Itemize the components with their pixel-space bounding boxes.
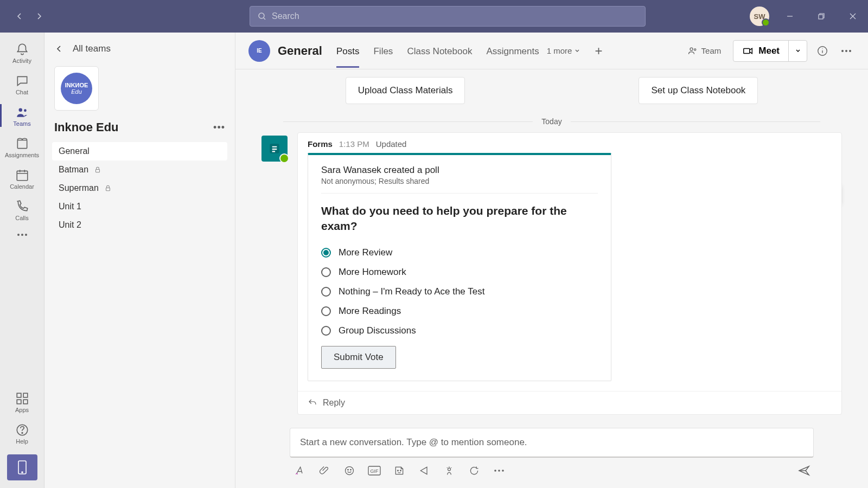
channel-item[interactable]: Unit 1 bbox=[52, 197, 227, 216]
tab-class-notebook[interactable]: Class Notebook bbox=[407, 35, 472, 67]
poll-question: What do you need to help you prepare for… bbox=[321, 203, 598, 234]
channel-item[interactable]: Unit 2 bbox=[52, 216, 227, 234]
setup-notebook-card[interactable]: Set up Class Notebook bbox=[639, 77, 758, 104]
stream-button[interactable] bbox=[443, 464, 456, 477]
rail-label: Help bbox=[16, 438, 28, 445]
logo-text: Edu bbox=[71, 88, 82, 95]
poll-option-label: Group Discussions bbox=[339, 325, 416, 336]
divider-label: Today bbox=[541, 117, 561, 126]
rail-apps[interactable]: Apps bbox=[0, 386, 44, 418]
logo-text: INKИOE bbox=[65, 82, 88, 88]
date-divider: Today bbox=[283, 117, 820, 126]
team-btn-label: Team bbox=[701, 46, 722, 55]
poll-option[interactable]: Nothing – I'm Ready to Ace the Test bbox=[321, 282, 598, 301]
search-input[interactable]: Search bbox=[250, 6, 646, 27]
channel-more-button[interactable] bbox=[838, 42, 855, 60]
poll-option[interactable]: More Review bbox=[321, 243, 598, 262]
radio-button[interactable] bbox=[321, 326, 331, 336]
format-button[interactable] bbox=[293, 464, 306, 477]
svg-point-3 bbox=[24, 109, 27, 112]
svg-point-34 bbox=[448, 468, 451, 471]
rail-help[interactable]: Help bbox=[0, 418, 44, 449]
rail-label: Chat bbox=[16, 89, 28, 95]
meet-now-button[interactable] bbox=[418, 464, 431, 477]
window-minimize-button[interactable] bbox=[779, 5, 801, 27]
message-composer[interactable]: Start a new conversation. Type @ to ment… bbox=[290, 428, 814, 458]
channel-label: Superman bbox=[59, 183, 99, 193]
app-rail: Activity Chat Teams Assignments Calendar… bbox=[0, 33, 44, 488]
gif-button[interactable]: GIF bbox=[368, 464, 381, 477]
window-close-button[interactable] bbox=[842, 5, 864, 27]
svg-rect-5 bbox=[17, 171, 28, 180]
poll-created-by: Sara Wanasek created a poll bbox=[321, 165, 598, 176]
radio-button[interactable] bbox=[321, 248, 331, 258]
svg-rect-18 bbox=[106, 188, 110, 190]
back-label: All teams bbox=[73, 43, 111, 54]
channel-item[interactable]: General bbox=[52, 142, 227, 160]
channel-header: IE General PostsFilesClass NotebookAssig… bbox=[235, 33, 868, 69]
rail-download-app[interactable] bbox=[7, 454, 37, 480]
rail-calendar[interactable]: Calendar bbox=[0, 163, 44, 194]
channel-item[interactable]: Batman bbox=[52, 160, 227, 179]
svg-point-32 bbox=[398, 470, 399, 471]
reply-button[interactable]: Reply bbox=[298, 391, 841, 414]
channel-label: Unit 2 bbox=[59, 220, 81, 230]
poll-option-label: More Review bbox=[339, 247, 392, 258]
svg-point-2 bbox=[18, 108, 22, 112]
profile-avatar[interactable]: SW bbox=[750, 7, 769, 26]
rail-chat[interactable]: Chat bbox=[0, 68, 44, 100]
info-button[interactable] bbox=[814, 42, 831, 60]
rail-calls[interactable]: Calls bbox=[0, 194, 44, 226]
meet-button[interactable]: Meet bbox=[733, 41, 788, 61]
back-to-teams[interactable]: All teams bbox=[52, 39, 227, 64]
loop-button[interactable] bbox=[468, 464, 481, 477]
team-icon bbox=[687, 46, 698, 56]
radio-button[interactable] bbox=[321, 267, 331, 277]
rail-activity[interactable]: Activity bbox=[0, 37, 44, 68]
tab-assignments[interactable]: Assignments bbox=[486, 35, 539, 67]
meet-dropdown[interactable] bbox=[788, 41, 807, 61]
radio-button[interactable] bbox=[321, 306, 331, 316]
nav-back-button[interactable] bbox=[10, 7, 29, 26]
svg-point-0 bbox=[259, 13, 264, 18]
emoji-button[interactable] bbox=[343, 464, 356, 477]
message-feed[interactable]: Upload Class Materials Set up Class Note… bbox=[235, 69, 868, 420]
poll-card: Sara Wanasek created a poll Not anonymou… bbox=[308, 153, 611, 381]
tab-more[interactable]: 1 more bbox=[547, 46, 581, 55]
composer-more-button[interactable] bbox=[493, 464, 506, 477]
send-button[interactable] bbox=[797, 464, 810, 477]
rail-label: Assignments bbox=[5, 152, 39, 158]
add-tab-button[interactable]: + bbox=[595, 43, 602, 59]
rail-teams[interactable]: Teams bbox=[0, 100, 44, 131]
reply-icon bbox=[308, 398, 317, 408]
submit-vote-button[interactable]: Submit Vote bbox=[321, 346, 396, 369]
window-maximize-button[interactable] bbox=[810, 5, 832, 27]
svg-point-37 bbox=[502, 470, 504, 472]
rail-assignments[interactable]: Assignments bbox=[0, 131, 44, 163]
sticker-button[interactable] bbox=[393, 464, 406, 477]
lock-icon bbox=[104, 184, 112, 192]
tab-posts[interactable]: Posts bbox=[336, 35, 360, 67]
attach-button[interactable] bbox=[318, 464, 331, 477]
meet-label: Meet bbox=[758, 46, 780, 56]
poll-option[interactable]: More Homework bbox=[321, 262, 598, 282]
tab-files[interactable]: Files bbox=[373, 35, 393, 67]
poll-option[interactable]: Group Discussions bbox=[321, 321, 598, 341]
svg-point-36 bbox=[498, 470, 500, 472]
nav-forward-button[interactable] bbox=[29, 7, 49, 26]
rail-label: Activity bbox=[12, 57, 31, 64]
team-view-button[interactable]: Team bbox=[682, 42, 727, 60]
radio-button[interactable] bbox=[321, 287, 331, 297]
upload-materials-card[interactable]: Upload Class Materials bbox=[346, 77, 465, 104]
rail-label: Teams bbox=[13, 120, 30, 127]
rail-more[interactable] bbox=[0, 226, 44, 244]
video-icon bbox=[742, 45, 754, 57]
svg-text:GIF: GIF bbox=[371, 468, 379, 474]
composer-area: Start a new conversation. Type @ to ment… bbox=[235, 420, 868, 488]
poll-option[interactable]: More Readings bbox=[321, 301, 598, 321]
avatar-initials: SW bbox=[754, 12, 765, 21]
chevron-down-icon bbox=[574, 48, 580, 54]
team-more-button[interactable]: ••• bbox=[213, 122, 225, 133]
channel-item[interactable]: Superman bbox=[52, 179, 227, 197]
svg-point-19 bbox=[690, 48, 693, 50]
